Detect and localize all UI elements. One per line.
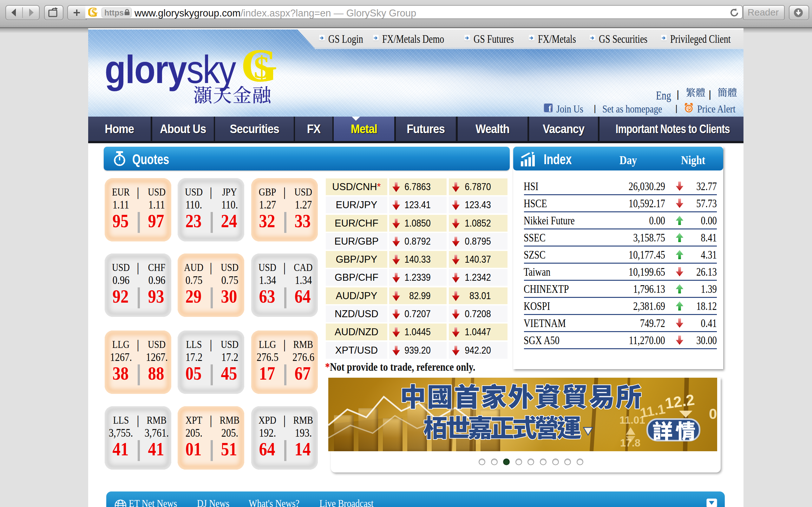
svg-text:11.01: 11.01 (619, 414, 645, 426)
svg-text:12.2: 12.2 (664, 391, 696, 412)
svg-text:P: P (687, 106, 690, 111)
svg-text:f: f (548, 104, 552, 112)
svg-text:02: 02 (709, 406, 717, 422)
svg-text:$: $ (254, 50, 270, 84)
svg-text:$: $ (91, 7, 96, 18)
